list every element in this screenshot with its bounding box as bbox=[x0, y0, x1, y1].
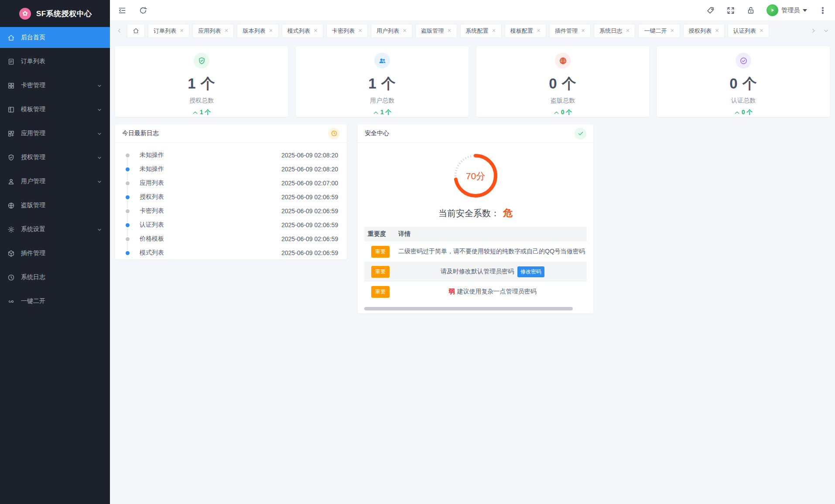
chevron-down-icon bbox=[97, 227, 102, 232]
horizontal-scrollbar[interactable] bbox=[364, 307, 573, 310]
sidebar: ✿ SF系统授权中心 后台首页 订单列表 卡密管理 模板管理 bbox=[0, 0, 110, 504]
tab-auth-list[interactable]: 授权列表✕ bbox=[683, 24, 725, 38]
tab-onekey[interactable]: 一键二开✕ bbox=[638, 24, 680, 38]
tab-cardkey-list[interactable]: 卡密列表✕ bbox=[326, 24, 368, 38]
close-icon[interactable]: ✕ bbox=[760, 28, 763, 33]
timeline-dot bbox=[126, 181, 130, 185]
refresh-icon[interactable] bbox=[139, 6, 147, 15]
avatar[interactable] bbox=[767, 4, 778, 16]
security-level-value: 危 bbox=[503, 207, 513, 220]
template-icon bbox=[7, 106, 15, 113]
timeline-dot bbox=[126, 167, 130, 171]
lock-icon[interactable] bbox=[746, 6, 755, 15]
tab-sys-config[interactable]: 系统配置✕ bbox=[460, 24, 502, 38]
log-row[interactable]: 认证列表 2025-06-09 02:06:59 bbox=[115, 218, 338, 232]
tab-cert-list[interactable]: 认证列表✕ bbox=[728, 24, 769, 38]
log-panel-title: 今日最新日志 bbox=[122, 129, 159, 137]
security-row: 重要 请及时修改默认管理员密码 修改密码 bbox=[364, 262, 587, 282]
close-icon[interactable]: ✕ bbox=[224, 28, 228, 33]
app-root: ✿ SF系统授权中心 后台首页 订单列表 卡密管理 模板管理 bbox=[0, 0, 835, 504]
cube-icon bbox=[7, 250, 15, 257]
sidebar-item-apps[interactable]: 应用管理 bbox=[0, 123, 110, 144]
security-center-panel: 安全中心 70分 当前安全系数：危 重要度 详情 重要 二级密码过于简单，请不要… bbox=[358, 124, 593, 313]
stat-value: 1 个 bbox=[368, 74, 396, 94]
stat-trend: 1 个 bbox=[192, 109, 211, 116]
tabs-menu-icon[interactable] bbox=[821, 24, 831, 38]
tag-icon[interactable] bbox=[706, 6, 715, 15]
log-row[interactable]: 应用列表 2025-06-09 02:07:00 bbox=[115, 176, 338, 190]
log-row[interactable]: 未知操作 2025-06-09 02:08:20 bbox=[115, 162, 338, 176]
stat-trend: 0 个 bbox=[734, 109, 753, 116]
close-icon[interactable]: ✕ bbox=[670, 28, 674, 33]
tab-app-list[interactable]: 应用列表✕ bbox=[192, 24, 234, 38]
tab-order-list[interactable]: 订单列表✕ bbox=[148, 24, 189, 38]
close-icon[interactable]: ✕ bbox=[626, 28, 630, 33]
close-icon[interactable]: ✕ bbox=[314, 28, 318, 33]
tab-version-list[interactable]: 版本列表✕ bbox=[237, 24, 278, 38]
chevron-down-icon bbox=[97, 83, 102, 88]
importance-badge: 重要 bbox=[371, 266, 390, 278]
tabs-scroll-right-icon[interactable] bbox=[808, 24, 818, 38]
security-panel-title: 安全中心 bbox=[365, 129, 389, 137]
stat-label: 授权总数 bbox=[189, 97, 214, 105]
tab-home[interactable] bbox=[127, 24, 145, 38]
stat-trend: 0 个 bbox=[554, 109, 572, 116]
close-icon[interactable]: ✕ bbox=[492, 28, 496, 33]
chevron-down-icon bbox=[97, 155, 102, 160]
user-menu[interactable]: 管理员 bbox=[767, 4, 807, 16]
timeline-dot bbox=[126, 209, 130, 213]
log-row[interactable]: 价格模板 2025-06-09 02:06:59 bbox=[115, 232, 338, 246]
tab-plugins[interactable]: 插件管理✕ bbox=[549, 24, 591, 38]
stat-value: 0 个 bbox=[729, 74, 757, 94]
close-icon[interactable]: ✕ bbox=[537, 28, 541, 33]
sidebar-item-cardkeys[interactable]: 卡密管理 bbox=[0, 75, 110, 96]
tab-syslog[interactable]: 系统日志✕ bbox=[594, 24, 635, 38]
close-icon[interactable]: ✕ bbox=[180, 28, 184, 33]
tab-piracy[interactable]: 盗版管理✕ bbox=[415, 24, 457, 38]
close-icon[interactable]: ✕ bbox=[447, 28, 451, 33]
close-icon[interactable]: ✕ bbox=[269, 28, 273, 33]
stat-card-authorizations: 1 个 授权总数 1 个 bbox=[115, 46, 288, 117]
sidebar-item-settings[interactable]: 系统设置 bbox=[0, 219, 110, 240]
user-icon bbox=[7, 178, 15, 185]
app-title: SF系统授权中心 bbox=[36, 9, 92, 19]
sidebar-item-plugins[interactable]: 插件管理 bbox=[0, 243, 110, 264]
chevron-down-icon bbox=[97, 131, 102, 136]
topbar: 管理员 bbox=[110, 0, 835, 21]
log-row[interactable]: 卡密列表 2025-06-09 02:06:59 bbox=[115, 204, 338, 218]
more-vertical-icon[interactable] bbox=[818, 6, 827, 15]
sidebar-item-piracy[interactable]: 盗版管理 bbox=[0, 195, 110, 216]
home-icon bbox=[7, 34, 15, 41]
sidebar-item-authorizations[interactable]: 授权管理 bbox=[0, 147, 110, 168]
tab-template-config[interactable]: 模板配置✕ bbox=[505, 24, 546, 38]
sidebar-item-onekey[interactable]: 一键二开 bbox=[0, 291, 110, 312]
stat-card-certifications: 0 个 认证总数 0 个 bbox=[657, 46, 830, 117]
change-password-button[interactable]: 修改密码 bbox=[517, 266, 544, 277]
sidebar-item-templates[interactable]: 模板管理 bbox=[0, 99, 110, 120]
close-icon[interactable]: ✕ bbox=[581, 28, 585, 33]
sidebar-item-orders[interactable]: 订单列表 bbox=[0, 51, 110, 72]
sidebar-item-home[interactable]: 后台首页 bbox=[0, 27, 110, 48]
log-row[interactable]: 模式列表 2025-06-09 02:06:59 bbox=[115, 246, 338, 260]
close-icon[interactable]: ✕ bbox=[715, 28, 719, 33]
security-table: 重要度 详情 重要 二级密码过于简单，请不要使用较短的纯数字或自己的QQ号当做密… bbox=[364, 227, 587, 302]
log-row[interactable]: 未知操作 2025-06-09 02:08:20 bbox=[115, 148, 338, 162]
tab-mode-list[interactable]: 模式列表✕ bbox=[282, 24, 323, 38]
security-panel-header: 安全中心 bbox=[358, 124, 593, 143]
gear-icon bbox=[7, 226, 15, 233]
close-icon[interactable]: ✕ bbox=[358, 28, 362, 33]
close-icon[interactable]: ✕ bbox=[403, 28, 407, 33]
infinity-icon bbox=[7, 298, 15, 305]
fullscreen-icon[interactable] bbox=[726, 6, 735, 15]
sidebar-item-users[interactable]: 用户管理 bbox=[0, 171, 110, 192]
log-row[interactable]: 授权列表 2025-06-09 02:06:59 bbox=[115, 190, 338, 204]
app-logo: ✿ SF系统授权中心 bbox=[0, 0, 110, 27]
stat-label: 盗版总数 bbox=[551, 97, 575, 105]
stat-card-users: 1 个 用户总数 1 个 bbox=[296, 46, 469, 117]
timeline-dot bbox=[126, 153, 130, 157]
tab-user-list[interactable]: 用户列表✕ bbox=[371, 24, 412, 38]
tabs-scroll-left-icon[interactable] bbox=[114, 24, 124, 38]
today-log-panel: 今日最新日志 未知操作 2025-06-09 02:08:20 未知操作 202… bbox=[115, 124, 347, 259]
sidebar-item-syslog[interactable]: 系统日志 bbox=[0, 267, 110, 288]
menu-fold-icon[interactable] bbox=[118, 6, 127, 15]
